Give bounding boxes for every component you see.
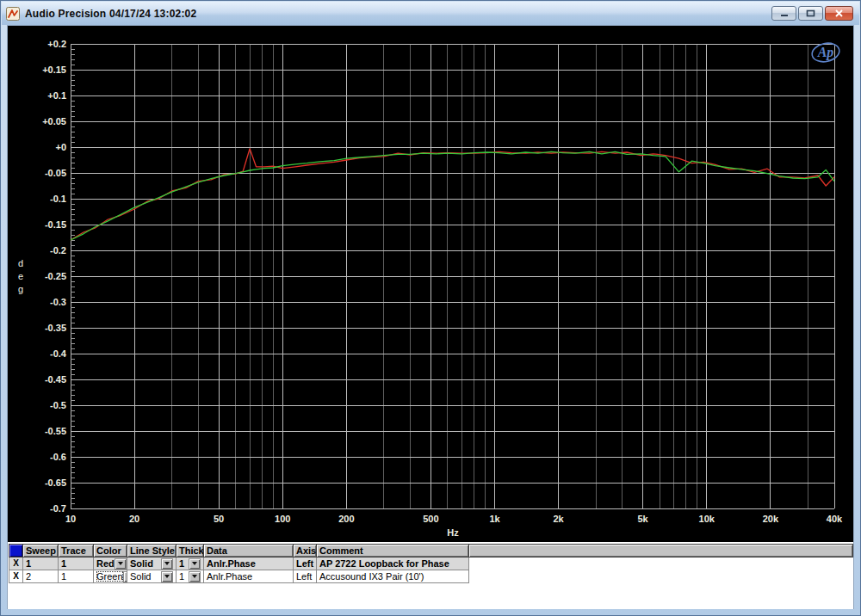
svg-text:Ap: Ap [817, 45, 834, 60]
svg-text:-0.2: -0.2 [50, 245, 66, 256]
svg-text:-0.35: -0.35 [45, 323, 66, 333]
y-axis-unit: deg [18, 258, 23, 294]
trace-cell[interactable]: 1 [59, 557, 94, 570]
phase-graph-panel: +0.2+0.15+0.1+0.05+0-0.05-0.1-0.15-0.2-0… [8, 26, 853, 542]
column-header-axis: Axis [294, 544, 317, 557]
thick-dropdown-button[interactable] [189, 571, 201, 582]
svg-text:-0.5: -0.5 [50, 400, 66, 410]
close-button[interactable] [825, 6, 853, 21]
line-style-dropdown-button[interactable] [161, 571, 173, 582]
line-style-value[interactable]: Solid [130, 558, 153, 569]
line-style-dropdown-button[interactable] [161, 558, 173, 570]
minimize-button[interactable] [771, 6, 796, 21]
svg-text:+0.15: +0.15 [42, 65, 66, 75]
trace-cell[interactable]: 1 [59, 570, 94, 583]
color-value[interactable]: Green [96, 571, 123, 582]
comment-cell[interactable]: AP 2722 Loopback for Phase [317, 557, 469, 570]
line-style-cell: Solid [127, 557, 177, 570]
column-header-empty [469, 544, 853, 557]
data-cell[interactable]: Anlr.Phase [204, 570, 294, 583]
svg-text:-0.3: -0.3 [50, 297, 66, 307]
svg-text:-0.7: -0.7 [50, 503, 66, 514]
svg-text:5k: 5k [637, 514, 648, 524]
column-header-data: Data [204, 544, 294, 557]
column-header-color: Color [94, 544, 127, 557]
app-window: Audio Precision 04/17/24 13:02:02 +0.2+0… [0, 0, 861, 616]
svg-text:+0.2: +0.2 [47, 39, 66, 49]
thick-dropdown-button[interactable] [189, 558, 201, 570]
svg-text:2k: 2k [553, 514, 564, 524]
comment-cell[interactable]: Accusound IX3 Pair (10') [317, 570, 469, 583]
svg-text:-0.45: -0.45 [45, 374, 66, 385]
y-axis-labels: +0.2+0.15+0.1+0.05+0-0.05-0.1-0.15-0.2-0… [42, 39, 67, 514]
color-value[interactable]: Red [96, 558, 115, 569]
minimize-icon [780, 9, 789, 17]
svg-text:-0.25: -0.25 [45, 271, 66, 281]
svg-text:-0.15: -0.15 [45, 219, 66, 230]
trace-red [71, 149, 834, 240]
thick-cell: 1 [177, 557, 204, 570]
column-header-comment: Comment [317, 544, 469, 557]
svg-text:-0.65: -0.65 [45, 477, 66, 488]
svg-text:100: 100 [275, 514, 290, 524]
column-header-trace: Trace [59, 544, 94, 557]
window-title: Audio Precision 04/17/24 13:02:02 [25, 8, 196, 20]
trace-row-2: X21GreenSolid1Anlr.PhaseLeftAccusound IX… [9, 570, 853, 583]
svg-text:-0.6: -0.6 [50, 452, 66, 462]
svg-text:-0.4: -0.4 [50, 348, 67, 359]
axis-cell[interactable]: Left [294, 570, 317, 583]
close-icon [834, 9, 844, 17]
svg-text:20: 20 [129, 514, 139, 524]
svg-text:-0.1: -0.1 [50, 194, 66, 204]
x-axis-labels: 1020501002005001k2k5k10k20k40k [65, 514, 843, 524]
trace-green [71, 151, 834, 240]
column-header-thick: Thick [177, 544, 204, 557]
window-controls [771, 6, 855, 21]
svg-text:+0.05: +0.05 [42, 116, 66, 126]
sweep-cell[interactable]: 1 [23, 557, 59, 570]
column-header-sweep: Sweep [23, 544, 59, 557]
x-axis-unit: Hz [447, 527, 459, 538]
svg-text:40k: 40k [827, 514, 843, 524]
svg-text:-0.05: -0.05 [45, 168, 66, 178]
svg-text:20k: 20k [763, 514, 779, 524]
window-content: +0.2+0.15+0.1+0.05+0-0.05-0.1-0.15-0.2-0… [7, 25, 854, 609]
trace-enabled-checkbox[interactable]: X [9, 557, 23, 570]
svg-text:d: d [18, 258, 23, 268]
grid-major [71, 44, 834, 508]
thick-value[interactable]: 1 [179, 558, 184, 569]
svg-text:-0.55: -0.55 [45, 426, 66, 436]
axis-cell[interactable]: Left [294, 557, 317, 570]
svg-text:g: g [18, 284, 23, 294]
svg-text:1k: 1k [489, 514, 500, 524]
trace-row-1: X11RedSolid1Anlr.PhaseLeftAP 2722 Loopba… [9, 557, 853, 570]
line-style-value[interactable]: Solid [130, 571, 151, 582]
maximize-button[interactable] [798, 6, 823, 21]
color-dropdown-button[interactable] [115, 558, 127, 570]
svg-text:e: e [18, 271, 23, 281]
trace-enabled-checkbox[interactable]: X [9, 570, 23, 583]
data-cell[interactable]: Anlr.Phase [204, 557, 294, 570]
svg-text:500: 500 [423, 514, 438, 524]
column-header-line-style: Line Style [127, 544, 177, 557]
checkmark-x-icon: X [13, 559, 19, 568]
svg-text:+0: +0 [55, 142, 66, 152]
svg-text:10k: 10k [699, 514, 715, 524]
svg-text:50: 50 [214, 514, 224, 524]
phase-plot: +0.2+0.15+0.1+0.05+0-0.05-0.1-0.15-0.2-0… [8, 26, 857, 542]
svg-text:200: 200 [338, 514, 354, 524]
line-style-cell: Solid [127, 570, 177, 583]
sweep-cell[interactable]: 2 [23, 570, 59, 583]
app-icon [6, 7, 20, 21]
panel-select-button[interactable] [9, 544, 23, 557]
svg-text:10: 10 [65, 514, 76, 524]
maximize-icon [806, 9, 815, 17]
sweep-settings-table: SweepTraceColorLine StyleThickDataAxisCo… [9, 544, 853, 583]
svg-text:+0.1: +0.1 [47, 90, 66, 101]
titlebar[interactable]: Audio Precision 04/17/24 13:02:02 [2, 2, 859, 25]
thick-value[interactable]: 1 [179, 571, 184, 582]
color-cell: Green [94, 570, 127, 583]
thick-cell: 1 [177, 570, 204, 583]
color-cell: Red [94, 557, 127, 570]
checkmark-x-icon: X [13, 572, 19, 581]
